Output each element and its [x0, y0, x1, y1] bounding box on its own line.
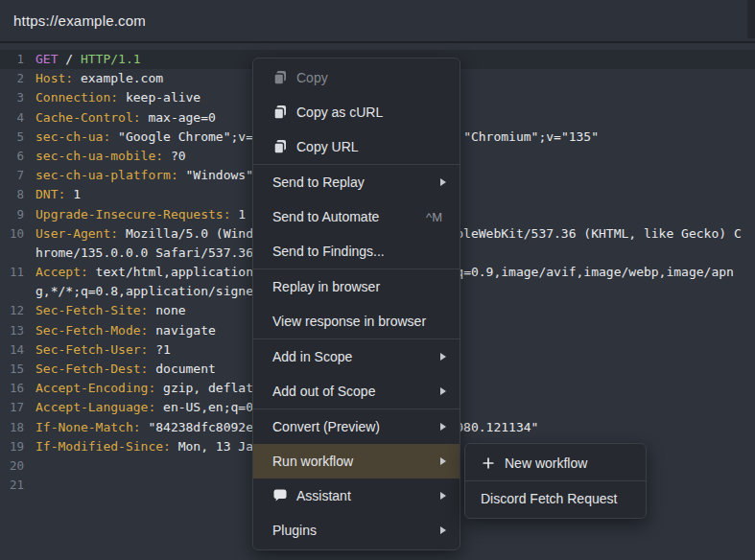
submenu-arrow-icon [440, 457, 446, 465]
context-menu-item-assistant[interactable]: Assistant [253, 478, 460, 513]
plus-icon [481, 455, 496, 471]
line-number: 6 [0, 147, 24, 166]
chat-icon [272, 488, 288, 503]
menu-item-label: Convert (Preview) [272, 419, 433, 434]
url-text: https://example.com [13, 12, 146, 29]
code-text: sec-ch-ua-mobile: ?0 [35, 147, 186, 166]
url-bar[interactable]: https://example.com [0, 0, 755, 43]
menu-item-label: Add in Scope [272, 349, 433, 364]
line-number: 5 [0, 128, 24, 147]
workflow-submenu-item-discord-fetch-request[interactable]: Discord Fetch Request [465, 481, 646, 516]
context-menu-item-send-to-automate[interactable]: Send to Automate^M [253, 199, 460, 234]
menu-item-label: Send to Automate [272, 209, 426, 224]
menu-item-label: Plugins [272, 523, 433, 538]
menu-item-label: View response in browser [272, 314, 446, 329]
submenu-arrow-icon [440, 526, 446, 534]
line-number: 7 [0, 166, 24, 185]
line-number: 20 [0, 456, 24, 476]
copy-icon [272, 139, 288, 154]
code-text: hrome/135.0.0.0 Safari/537.36 [35, 244, 253, 263]
context-menu-item-copy-url[interactable]: Copy URL [253, 129, 460, 164]
code-text: Sec-Fetch-Mode: navigate [35, 321, 216, 340]
menu-item-label: Send to Findings... [272, 244, 446, 259]
code-text: sec-ch-ua-platform: "Windows" [35, 166, 253, 185]
code-text: Accept-Language: en-US,en;q=0.9 [35, 398, 269, 417]
app-window: { "url_bar": { "url": "https://example.c… [0, 0, 755, 560]
workflow-submenu-item-new-workflow[interactable]: New workflow [465, 446, 646, 480]
line-number [0, 282, 24, 301]
line-number: 19 [0, 437, 24, 456]
menu-item-label: Run workflow [272, 454, 433, 469]
menu-item-label: Assistant [296, 488, 433, 503]
submenu-arrow-icon [440, 178, 446, 186]
menu-item-label: New workflow [505, 455, 632, 471]
line-number: 10 [0, 224, 24, 244]
context-menu-item-convert-preview[interactable]: Convert (Preview) [253, 409, 460, 444]
line-number: 4 [0, 108, 24, 128]
code-text: DNT: 1 [35, 185, 81, 204]
menu-item-label: Replay in browser [272, 279, 446, 294]
code-text: Sec-Fetch-Dest: document [35, 360, 216, 379]
code-text: Sec-Fetch-User: ?1 [35, 340, 171, 360]
line-number: 3 [0, 88, 24, 107]
line-number: 1 [0, 50, 24, 69]
menu-item-label: Copy URL [296, 139, 446, 154]
line-number: 13 [0, 321, 24, 340]
line-number: 18 [0, 418, 24, 437]
run-workflow-submenu: New workflowDiscord Fetch Request [464, 443, 647, 519]
line-number: 16 [0, 379, 24, 398]
context-menu-item-replay-in-browser[interactable]: Replay in browser [253, 269, 460, 304]
line-number: 11 [0, 263, 24, 282]
menu-item-label: Add out of Scope [272, 384, 433, 399]
menu-item-label: Copy as cURL [296, 105, 446, 120]
submenu-arrow-icon [440, 423, 446, 431]
context-menu-item-view-response-in-browser[interactable]: View response in browser [253, 304, 460, 338]
submenu-arrow-icon [440, 492, 446, 500]
code-text: Connection: keep-alive [35, 88, 201, 107]
scrollbar-track[interactable] [747, 0, 755, 38]
submenu-arrow-icon [440, 353, 446, 361]
menu-item-label: Discord Fetch Request [481, 491, 632, 506]
context-menu-item-add-out-of-scope[interactable]: Add out of Scope [253, 374, 460, 408]
context-menu: CopyCopy as cURLCopy URLSend to ReplaySe… [252, 58, 460, 550]
line-number: 8 [0, 185, 24, 204]
code-text: Upgrade-Insecure-Requests: 1 [35, 205, 246, 224]
line-number: 12 [0, 301, 24, 320]
line-number: 21 [0, 476, 24, 495]
context-menu-item-plugins[interactable]: Plugins [253, 513, 460, 548]
menu-item-label: Send to Replay [272, 175, 433, 190]
context-menu-item-add-in-scope[interactable]: Add in Scope [253, 339, 460, 374]
code-text: Host: example.com [35, 69, 163, 88]
code-text: Sec-Fetch-Site: none [35, 301, 186, 320]
context-menu-item-send-to-findings[interactable]: Send to Findings... [253, 234, 460, 268]
context-menu-item-copy: Copy [253, 60, 460, 95]
line-number: 15 [0, 360, 24, 379]
submenu-arrow-icon [440, 387, 446, 395]
context-menu-item-copy-as-curl[interactable]: Copy as cURL [253, 95, 460, 129]
menu-item-label: Copy [296, 70, 446, 85]
copy-icon [272, 105, 288, 120]
context-menu-item-run-workflow[interactable]: Run workflow [253, 444, 460, 478]
line-number [0, 244, 24, 263]
line-number: 17 [0, 398, 24, 417]
copy-icon [272, 70, 288, 85]
context-menu-item-send-to-replay[interactable]: Send to Replay [253, 165, 460, 199]
code-text: GET / HTTP/1.1 [35, 50, 141, 69]
line-number: 9 [0, 205, 24, 224]
shortcut-hint: ^M [426, 210, 442, 224]
code-text: Cache-Control: max-age=0 [35, 108, 216, 128]
line-number: 2 [0, 69, 24, 88]
line-number: 14 [0, 340, 24, 360]
